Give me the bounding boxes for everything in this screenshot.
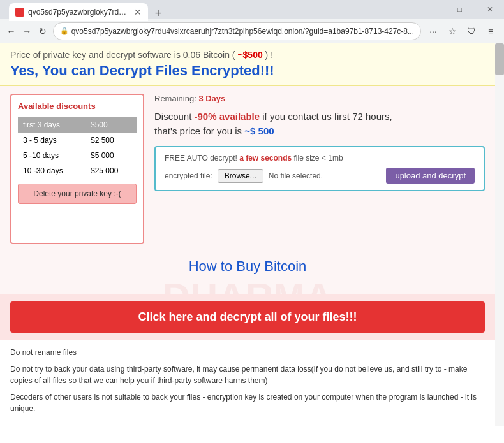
tab-favicon <box>15 8 24 17</box>
price-cell: $5 000 <box>85 148 137 163</box>
period-cell: 10 -30 days <box>18 163 85 178</box>
forward-button[interactable]: → <box>21 23 33 40</box>
right-panel: Remaining: 3 Days Discount -90% availabl… <box>154 94 485 244</box>
price-cell: $25 000 <box>85 163 137 178</box>
more-button[interactable]: ··· <box>425 23 441 40</box>
maximize-button[interactable]: □ <box>445 0 474 19</box>
watermark-area: DHARMA <box>0 281 495 294</box>
address-text: qvo5sd7p5yazwbrgioky7rdu4vslxrcaeruhjr7z… <box>71 27 414 36</box>
scrollbar-track[interactable] <box>495 43 504 426</box>
discount-table: first 3 days $500 3 - 5 days $2 500 5 -1… <box>18 117 137 178</box>
price-highlight: ~$500 <box>237 50 262 60</box>
discounts-title: Available discounts <box>18 101 137 111</box>
discount-price: ~$ 500 <box>244 126 274 136</box>
lock-icon: 🔒 <box>60 27 69 35</box>
bitcoin-section: How to Buy Bitcoin <box>0 252 495 281</box>
nav-bar: ← → ↻ 🔒 qvo5sd7p5yazwbrgioky7rdu4vslxrca… <box>0 19 504 43</box>
file-label: encrypted file: <box>165 171 212 180</box>
price-line: Price of private key and decrypt softwar… <box>10 50 485 60</box>
discount-pct: -90% available <box>195 111 260 122</box>
period-cell: 3 - 5 days <box>18 133 85 148</box>
refresh-button[interactable]: ↻ <box>37 23 49 40</box>
title-bar: qvo5sd7p5yazwbrgioky7rdu4vslxrc... ✕ + ─… <box>0 0 504 19</box>
discounts-panel: Available discounts first 3 days $500 3 … <box>10 94 144 244</box>
no-file-text: No file selected. <box>269 171 323 180</box>
back-button[interactable]: ← <box>5 23 17 40</box>
period-cell: 5 -10 days <box>18 148 85 163</box>
star-button[interactable]: ☆ <box>444 23 461 40</box>
discount-info: Discount -90% available if you contact u… <box>154 110 485 138</box>
main-area: Available discounts first 3 days $500 3 … <box>0 86 495 252</box>
delete-key-button[interactable]: Delete your private key :-( <box>18 184 137 204</box>
cta-section: Click here and decrypt all of your files… <box>0 294 495 340</box>
shield-button[interactable]: 🛡 <box>463 23 480 40</box>
tab-title: qvo5sd7p5yazwbrgioky7rdu4vslxrc... <box>28 8 130 17</box>
price-text: Price of private key and decrypt softwar… <box>10 50 237 60</box>
decrypt-box: FREE AUTO decrypt! a few seconds file si… <box>154 146 485 191</box>
footer-section: Do not rename files Do not try to back y… <box>0 340 495 426</box>
footer-line-1: Do not rename files <box>10 347 485 358</box>
remaining-text: Remaining: 3 Days <box>154 94 485 103</box>
nav-right-controls: ··· ☆ 🛡 ≡ <box>425 23 499 40</box>
upload-decrypt-button[interactable]: upload and decrypt <box>386 168 475 184</box>
watermark-text: DHARMA <box>163 281 333 294</box>
page-wrapper: Price of private key and decrypt softwar… <box>0 43 504 426</box>
remaining-days: 3 Days <box>198 94 225 103</box>
minimize-button[interactable]: ─ <box>415 0 444 19</box>
free-decrypt-line: FREE AUTO decrypt! a few seconds file si… <box>165 154 475 163</box>
free-text-2: file size < 1mb <box>292 154 343 163</box>
price-cell: $500 <box>85 117 137 133</box>
active-tab[interactable]: qvo5sd7p5yazwbrgioky7rdu4vslxrc... ✕ <box>9 3 148 21</box>
period-cell: first 3 days <box>18 117 85 133</box>
footer-line-2: Do not try to back your data using third… <box>10 363 485 386</box>
bitcoin-title: How to Buy Bitcoin <box>10 258 485 275</box>
table-row: 10 -30 days $25 000 <box>18 163 137 178</box>
menu-button[interactable]: ≡ <box>482 23 499 40</box>
remaining-label: Remaining: <box>154 94 198 103</box>
new-tab-button[interactable]: + <box>151 6 166 21</box>
address-bar[interactable]: 🔒 qvo5sd7p5yazwbrgioky7rdu4vslxrcaeruhjr… <box>53 22 421 40</box>
discount-text-1: Discount <box>154 111 195 122</box>
file-upload-line: encrypted file: Browse... No file select… <box>165 168 475 184</box>
discount-text-3: that's price for you is <box>154 126 244 136</box>
tab-close-icon[interactable]: ✕ <box>134 7 142 17</box>
page-content: Price of private key and decrypt softwar… <box>0 43 495 426</box>
discount-text-2: if you contact us first 72 hours, <box>260 111 392 122</box>
scrollbar-thumb[interactable] <box>495 43 504 75</box>
free-text-1: FREE AUTO decrypt! <box>165 154 239 163</box>
footer-line-3: Decoders of other users is not suitable … <box>10 391 485 414</box>
price-end: ) ! <box>263 50 273 60</box>
price-cell: $2 500 <box>85 133 137 148</box>
decrypt-headline: Yes, You can Decrypt Files Encrypted!!! <box>10 62 485 79</box>
cta-button[interactable]: Click here and decrypt all of your files… <box>10 301 485 333</box>
table-row: 5 -10 days $5 000 <box>18 148 137 163</box>
header-banner: Price of private key and decrypt softwar… <box>0 43 495 86</box>
few-seconds: a few seconds <box>239 154 292 163</box>
close-button[interactable]: ✕ <box>475 0 504 19</box>
table-row: 3 - 5 days $2 500 <box>18 133 137 148</box>
window-controls: ─ □ ✕ <box>415 0 504 19</box>
table-row: first 3 days $500 <box>18 117 137 133</box>
browse-button[interactable]: Browse... <box>218 169 263 183</box>
